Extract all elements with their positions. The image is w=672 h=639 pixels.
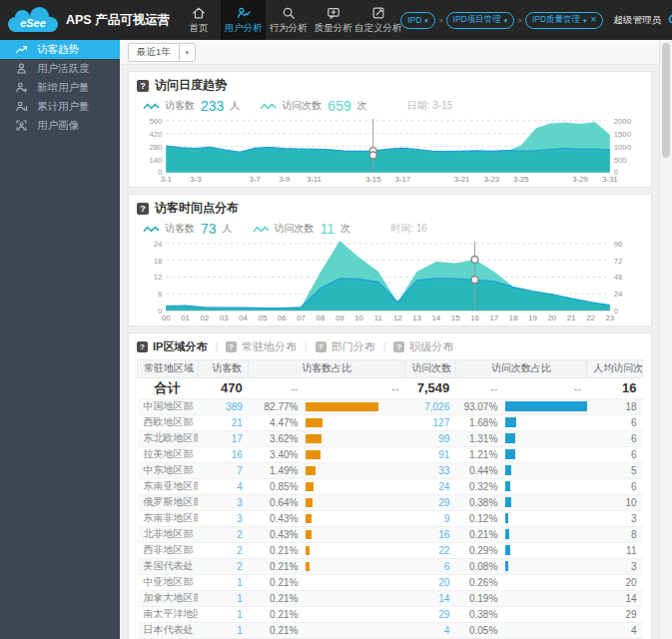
visitors-cell: 16 [198,446,249,462]
sidebar-item-total-users[interactable]: 累计用户量 [0,97,120,116]
legend-unit: 次 [357,99,367,113]
region-cell: 俄罗斯地区部 [138,494,199,510]
close-icon[interactable]: × [591,15,597,25]
visitors-cell: 1 [198,574,249,590]
visitors-link[interactable]: 1 [237,625,243,636]
hover-time-label: 时间: 16 [390,222,427,236]
svg-text:3-11: 3-11 [307,175,322,184]
svg-text:17: 17 [490,314,499,322]
sidebar-item-visitor-trend[interactable]: 访客趋势 [0,40,120,59]
hourly-dist-chart[interactable]: 0612182402448729600010203040506070809101… [137,238,643,323]
date-range-dropdown[interactable]: 最近1年 ▾ [128,43,196,62]
legend-value: 233 [201,98,224,114]
nav-tab-behavior-analysis[interactable]: 行为分析 [266,0,311,40]
scrollbar[interactable] [659,40,672,639]
daily-trend-chart[interactable]: 014028042056005001000150020003-13-33-73-… [137,115,643,185]
esee-logo[interactable]: eSee [8,7,58,33]
svg-text:01: 01 [181,314,190,322]
legend-item-visitors[interactable]: 访客数73人 [143,221,233,237]
svg-text:3-21: 3-21 [454,175,470,184]
tab-rank[interactable]: ?职级分布 [393,339,453,354]
visitors-cell: 4 [198,478,249,494]
visits-link[interactable]: 99 [438,433,449,444]
visits-link[interactable]: 14 [438,593,449,604]
visits-link[interactable]: 4 [444,625,450,636]
scrollbar-thumb[interactable] [662,43,670,158]
legend-item-visits[interactable]: 访问次数11次 [253,221,351,237]
header-right: IPD▾>IPD项目管理▾>IPD质量管理▾× 超级管理员 [400,12,672,29]
visits-link[interactable]: 29 [438,609,449,620]
nav-tab-user-analysis[interactable]: 用户分析 [221,0,266,40]
chevron-down-icon[interactable]: ▾ [179,44,195,61]
sidebar-item-new-users[interactable]: 新增用户量 [0,78,120,97]
chevron-down-icon[interactable]: ▾ [583,17,587,24]
tab-residence[interactable]: ?常驻地分布 [226,339,297,354]
legend-item-visitors[interactable]: 访客数233人 [143,98,240,114]
visits-bar-cell [503,478,586,494]
chevron-down-icon[interactable]: ▾ [504,17,508,24]
visits-link[interactable]: 9 [444,513,450,524]
region-cell: 中东地区部 [138,462,199,478]
header-actions [667,13,672,27]
visitors-link[interactable]: 16 [232,449,243,460]
sidebar-item-user-profile[interactable]: 用户画像 [0,116,120,135]
breadcrumb-pill-ipd-quality[interactable]: IPD质量管理▾× [525,12,604,29]
visitors-link[interactable]: 21 [232,417,243,428]
visits-link[interactable]: 33 [438,465,449,476]
legend-unit: 人 [230,99,240,113]
visits-link[interactable]: 29 [438,497,449,508]
visits-link[interactable]: 6 [444,561,450,572]
visitors-link[interactable]: 1 [237,577,243,588]
visitors-bar [306,418,323,427]
nav-tab-custom-analysis[interactable]: 自定义分析 [355,0,400,40]
visits-link[interactable]: 24 [438,481,449,492]
visitors-link[interactable]: 1 [237,609,243,620]
visits-link[interactable]: 127 [433,417,450,428]
avg-visits-cell: 18 [587,398,643,414]
sidebar-item-user-activity[interactable]: 用户活跃度 [0,59,120,78]
sidebar-item-label: 用户画像 [37,119,79,133]
legend-item-visits[interactable]: 访问次数659次 [260,98,366,114]
visitors-link[interactable]: 7 [237,465,243,476]
total-row: 合计470----7,549----16 [138,377,643,398]
help-icon[interactable]: ? [137,80,149,92]
visitors-link[interactable]: 2 [237,529,243,540]
visits-pct-cell: 0.12% [455,510,503,526]
visits-link[interactable]: 7,026 [424,401,449,412]
svg-text:12: 12 [154,274,163,283]
avg-visits-cell: 3 [587,558,643,574]
visits-link[interactable]: 20 [438,577,449,588]
visits-link[interactable]: 22 [438,545,449,556]
breadcrumb-pill-ipd-project[interactable]: IPD项目管理▾ [446,12,515,29]
chevron-down-icon[interactable]: ▾ [424,17,428,24]
tab-department[interactable]: ?部门分布 [316,339,375,354]
visits-pct-cell: 93.07% [455,398,503,414]
avg-visits-cell: 6 [587,414,643,430]
username[interactable]: 超级管理员 [613,14,661,27]
visits-link[interactable]: 91 [438,449,449,460]
visitors-link[interactable]: 389 [226,401,243,412]
hourly-dist-title: 访客时间点分布 [155,200,239,217]
nav-tab-home[interactable]: 首页 [176,0,221,40]
visits-link[interactable]: 16 [438,529,449,540]
tab-ip-region[interactable]: ?IP区域分布 [137,339,207,354]
svg-text:20: 20 [548,314,557,322]
visits-pct-cell: 0.44% [455,462,503,478]
search-icon[interactable] [667,13,672,27]
visitors-link[interactable]: 3 [237,513,243,524]
breadcrumb-pill-ipd[interactable]: IPD▾ [400,12,435,29]
visitors-bar [306,466,316,475]
help-icon[interactable]: ? [137,203,149,215]
zigzag-line-icon [143,102,160,111]
nav-tab-quality-analysis[interactable]: 质量分析 [311,0,355,40]
date-range-label: 最近1年 [129,44,179,61]
card-title-row: ? 访问日度趋势 [137,77,643,94]
visitors-link[interactable]: 4 [237,481,243,492]
visitors-link[interactable]: 17 [232,433,243,444]
visitors-link[interactable]: 2 [237,545,243,556]
visitors-link[interactable]: 3 [237,497,243,508]
table-row: 东南亚地区部40.85%240.32%6 [138,478,643,494]
person-frame-icon [15,119,28,132]
visitors-link[interactable]: 2 [237,561,243,572]
visitors-link[interactable]: 1 [237,593,243,604]
